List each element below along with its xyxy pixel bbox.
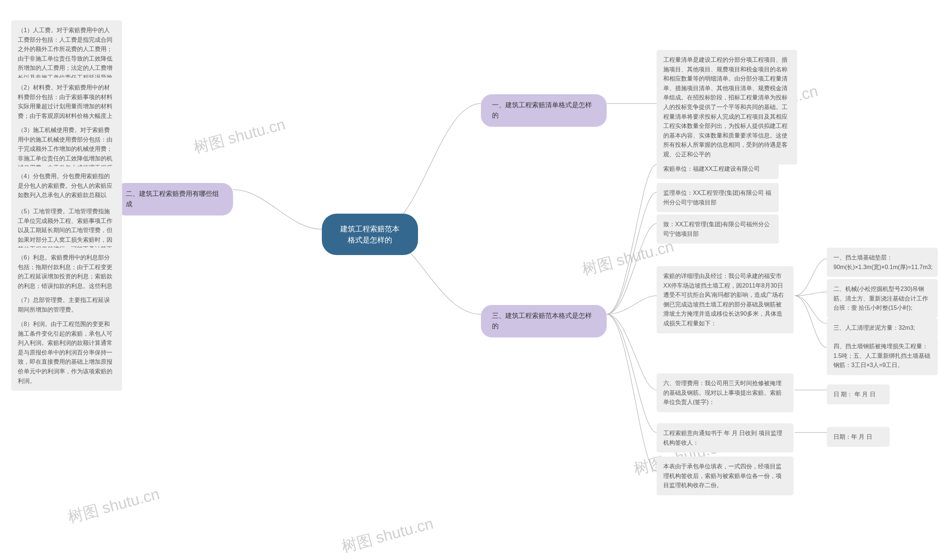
branch-3-leaf-2[interactable]: 监理单位：XX工程管理(集团)有限公司 福州分公司宁德项目部 xyxy=(657,183,779,212)
connector-lines xyxy=(0,0,947,560)
branch-3-detail[interactable]: 索赔的详细理由及经过：我公司承建的福安市XX停车场边坡挡土墙工程，因2011年8… xyxy=(657,266,793,334)
branch-3-leaf-1[interactable]: 索赔单位：福建XX工程建设有限公司 xyxy=(657,159,779,179)
branch-3-detail-item-3[interactable]: 三、人工清理淤泥方量：32m3; xyxy=(827,318,938,338)
branch-3-detail-item-4[interactable]: 四、挡土墙钢筋被掩埋损失工程量：1.5吨；五、人工重新绑扎挡土墙基础钢筋：3工日… xyxy=(827,336,938,375)
branch-1-leaf[interactable]: 工程量清单是建设工程的分部分项工程项目、措施项目、其他项目、规费项目和税金项目的… xyxy=(657,50,797,165)
branch-3-rest-2[interactable]: 工程索赔意向通知书于 年 月 日收到 项目监理机构签收人： xyxy=(657,423,793,452)
branch-3-detail-item-1[interactable]: 一、挡土墙基础垫层：90m(长)×1.3m(宽)×0.1m(厚)=11.7m3; xyxy=(827,248,938,277)
branch-3-rest-2-date[interactable]: 日期：年 月 日 xyxy=(827,427,890,447)
branch-2-leaf-8[interactable]: （8）利润。由于工程范围的变更和施工条件变化引起的索赔，承包人可列入利润。索赔利… xyxy=(11,314,122,391)
branch-3[interactable]: 三、建筑工程索赔范本格式是怎样的 xyxy=(481,305,607,337)
branch-3-rest-1[interactable]: 六、管理费用：我公司用三天时间抢修被掩埋的基础及钢筋。现对以上事项提出索赔。索赔… xyxy=(657,373,793,412)
central-topic[interactable]: 建筑工程索赔范本格式是怎样的 xyxy=(322,214,418,255)
mindmap-canvas: 建筑工程索赔范本格式是怎样的 一、建筑工程索赔清单格式是怎样的 工程量清单是建设… xyxy=(0,0,947,560)
branch-3-rest-3[interactable]: 本表由于承包单位填表，一式四份，经项目监理机构签收后，索赔与被索赔单位各一份，项… xyxy=(657,457,793,495)
branch-3-rest-1-date[interactable]: 日 期： 年 月 日 xyxy=(827,385,890,405)
branch-2[interactable]: 二、建筑工程索赔费用有哪些组成 xyxy=(115,183,233,215)
branch-3-detail-item-2[interactable]: 二、机械(小松挖掘机型号230)吊钢筋、清土方、重新浇注基础合计工作台班：壹 拾… xyxy=(827,279,938,318)
branch-1[interactable]: 一、建筑工程索赔清单格式是怎样的 xyxy=(481,94,607,127)
branch-3-leaf-3[interactable]: 致：XX工程管理(集团)有限公司福州分公司宁德项目部 xyxy=(657,214,779,244)
